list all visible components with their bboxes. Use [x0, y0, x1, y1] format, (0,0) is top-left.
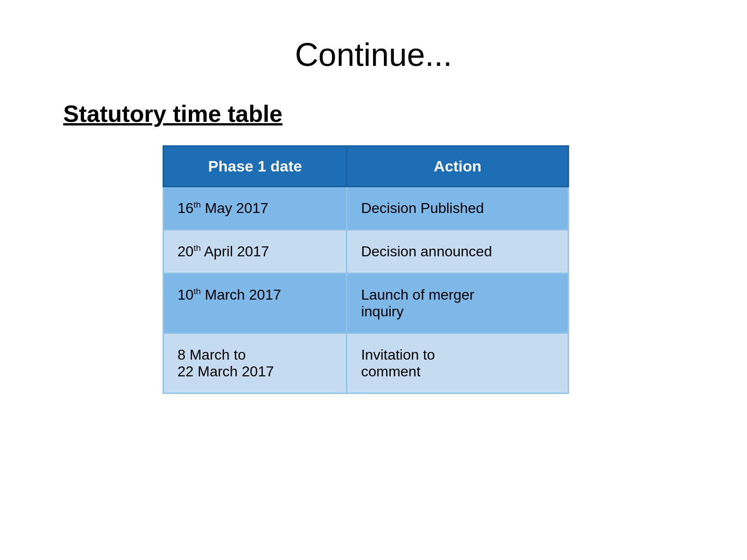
table-cell-action: Launch of mergerinquiry [347, 273, 569, 333]
table-row: 20th April 2017Decision announced [163, 230, 569, 273]
table-row: 8 March to22 March 2017Invitation tocomm… [163, 333, 569, 393]
table-container: Phase 1 date Action 16th May 2017Decisio… [163, 145, 711, 394]
col-phase-date-header: Phase 1 date [163, 146, 347, 187]
statutory-timetable: Phase 1 date Action 16th May 2017Decisio… [163, 145, 569, 394]
table-cell-action: Decision Published [347, 187, 569, 230]
col-action-header: Action [347, 146, 569, 187]
table-row: 16th May 2017Decision Published [163, 187, 569, 230]
table-row: 10th March 2017Launch of mergerinquiry [163, 273, 569, 333]
table-cell-action: Decision announced [347, 230, 569, 273]
table-cell-date: 10th March 2017 [163, 273, 347, 333]
table-header-row: Phase 1 date Action [163, 146, 569, 187]
table-cell-date: 8 March to22 March 2017 [163, 333, 347, 393]
section-heading: Statutory time table [63, 100, 711, 127]
table-cell-date: 20th April 2017 [163, 230, 347, 273]
page-title: Continue... [36, 36, 711, 73]
table-cell-date: 16th May 2017 [163, 187, 347, 230]
table-cell-action: Invitation tocomment [347, 333, 569, 393]
